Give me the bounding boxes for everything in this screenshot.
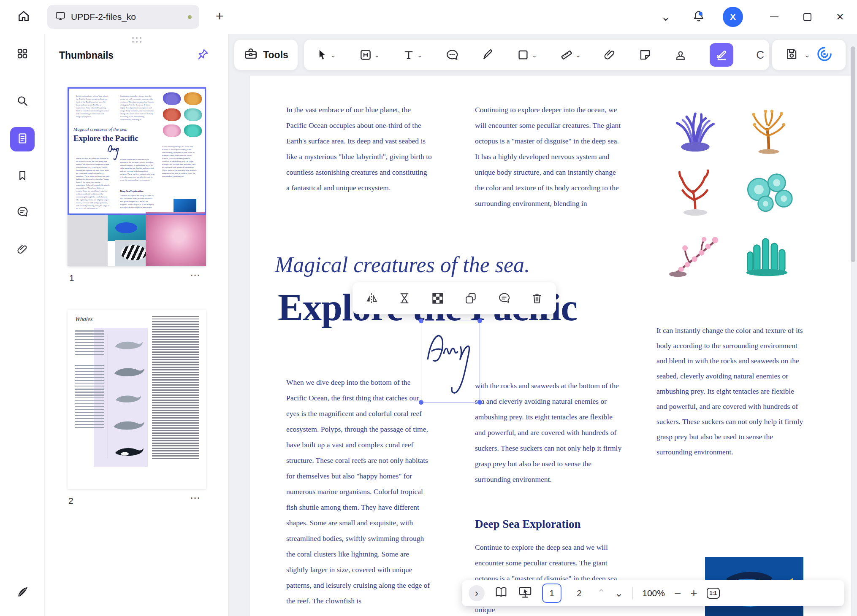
mini-photo-blue-fish: [108, 215, 146, 241]
page-2-thumbnail[interactable]: Whales: [68, 310, 206, 489]
shape-tool[interactable]: ⌄: [517, 49, 537, 61]
tab-title: UPDF-2-files_ko: [71, 12, 136, 22]
zoom-in-button[interactable]: +: [690, 587, 697, 599]
bottom-bar: › 1 2 ⌃ ⌄ 100% − + 1:1: [462, 580, 844, 606]
flip-button[interactable]: [364, 291, 379, 305]
mini-text-lines: [75, 330, 104, 355]
zoom-out-button[interactable]: −: [674, 587, 681, 599]
sidebar-item-apps[interactable]: [10, 42, 35, 67]
titlebar-chevron-button[interactable]: ⌄: [656, 8, 675, 26]
crop-tool-partial[interactable]: C: [756, 49, 764, 62]
document-tab[interactable]: UPDF-2-files_ko: [47, 5, 199, 29]
thumbnail-viewport-indicator[interactable]: [68, 87, 206, 215]
comment-button[interactable]: [497, 291, 511, 305]
distribute-button[interactable]: [397, 291, 412, 305]
pen-logo-button[interactable]: [10, 581, 35, 605]
pages-icon: [16, 132, 29, 146]
user-avatar[interactable]: X: [723, 7, 743, 27]
panel-title: Thumbnails: [59, 50, 114, 61]
expand-bar-button[interactable]: ›: [469, 585, 485, 601]
page-2-label: 2: [68, 496, 73, 506]
measure-tool[interactable]: ⌄: [560, 48, 581, 62]
paragraph-3: When we dive deep into the bottom of the…: [286, 375, 432, 609]
coral-photo-purple-anemone: [662, 99, 729, 158]
coral-photo-red-branch: [662, 161, 729, 220]
pdf-page[interactable]: In the vast embrace of our blue planet, …: [250, 76, 851, 616]
tools-menu-button[interactable]: Tools: [234, 39, 298, 70]
attachment-tool[interactable]: [603, 49, 616, 61]
signature-ink[interactable]: [422, 322, 478, 402]
home-button[interactable]: [13, 6, 35, 28]
deep-sea-heading: Deep Sea Exploration: [475, 518, 581, 531]
sidebar-item-attachments[interactable]: [10, 238, 35, 262]
chevron-down-icon[interactable]: ⌄: [331, 52, 336, 58]
sticker-tool[interactable]: [639, 49, 651, 61]
vertical-scrollbar[interactable]: [851, 46, 855, 262]
new-tab-button[interactable]: +: [210, 7, 229, 25]
save-options-chevron[interactable]: ⌄: [804, 51, 810, 59]
close-icon: ✕: [836, 12, 844, 22]
panel-drag-handle[interactable]: [132, 37, 141, 43]
text-tool[interactable]: ⌄: [402, 49, 423, 61]
pointer-tool[interactable]: ⌄: [316, 49, 336, 61]
minimize-icon: [770, 16, 778, 17]
left-rail: [0, 34, 45, 616]
sidebar-item-bookmarks[interactable]: [10, 164, 35, 189]
coral-photo-teal-tubes: [735, 224, 803, 283]
apps-grid-icon: [16, 47, 29, 62]
minimize-button[interactable]: [765, 8, 784, 26]
search-icon: [16, 95, 29, 109]
page-1-thumbnail[interactable]: In the vast embrace of our blue planet, …: [68, 87, 206, 266]
ai-assistant-button[interactable]: [816, 46, 833, 64]
zoom-level[interactable]: 100%: [642, 588, 665, 598]
delete-button[interactable]: [530, 291, 544, 305]
presentation-button[interactable]: [518, 585, 533, 602]
coral-image-grid: [662, 99, 803, 283]
current-page-input[interactable]: 1: [542, 584, 561, 603]
actual-size-button[interactable]: 1:1: [707, 588, 720, 599]
page-1-menu-button[interactable]: ⋯: [190, 270, 201, 280]
signature-tool-active[interactable]: [710, 43, 733, 67]
sidebar-item-thumbnails[interactable]: [10, 127, 35, 151]
chevron-down-icon[interactable]: ⌄: [532, 52, 537, 58]
bell-icon: [692, 10, 705, 24]
home-icon: [17, 9, 30, 24]
paragraph-2: Continuing to explore deeper into the oc…: [475, 102, 625, 211]
script-heading: Magical creatures of the sea.: [275, 252, 530, 277]
save-button[interactable]: [785, 47, 798, 62]
paragraph-4: with the rocks and seaweeds at the botto…: [475, 378, 625, 487]
chevron-down-icon[interactable]: ⌄: [417, 52, 423, 58]
book-view-button[interactable]: [494, 585, 508, 601]
duplicate-button[interactable]: [464, 291, 478, 305]
tab-monitor-icon: [55, 11, 66, 23]
main-area: In the vast embrace of our blue planet, …: [229, 34, 857, 616]
previous-page-button[interactable]: ⌃: [597, 588, 605, 598]
page-2-menu-button[interactable]: ⋯: [190, 493, 201, 503]
chevron-down-icon[interactable]: ⌄: [575, 52, 581, 58]
sidebar-item-comments[interactable]: [10, 200, 35, 225]
opacity-button[interactable]: [431, 291, 445, 305]
next-page-button[interactable]: 2: [571, 584, 588, 603]
notifications-button[interactable]: [689, 8, 708, 26]
toolbar-right-group: ⌄: [772, 39, 846, 70]
pin-icon[interactable]: [196, 48, 209, 62]
maximize-icon: [803, 13, 811, 21]
sidebar-item-search[interactable]: [10, 89, 35, 114]
mini-text-lines: [75, 365, 104, 428]
thumbnails-panel: Thumbnails In the vast embrace of our bl…: [45, 34, 229, 616]
titlebar: UPDF-2-files_ko + ⌄ X ✕: [0, 0, 857, 34]
pen-tool[interactable]: [481, 49, 494, 61]
coral-photo-pink-blossom: [662, 224, 729, 283]
next-page-chevron-button[interactable]: ⌄: [615, 588, 623, 598]
close-button[interactable]: ✕: [831, 8, 849, 26]
chevron-down-icon[interactable]: ⌄: [374, 52, 380, 58]
maximize-button[interactable]: [798, 8, 816, 26]
edit-tool[interactable]: ⌄: [359, 48, 380, 62]
comment-tool[interactable]: [445, 48, 459, 62]
stamp-tool[interactable]: [674, 49, 687, 61]
notification-dot: [699, 12, 702, 16]
signature-selection-box[interactable]: [421, 321, 480, 403]
coral-photo-teal-plates: [735, 161, 803, 220]
divider: [632, 587, 633, 600]
mini-photo-pink-anemone: [146, 212, 206, 266]
